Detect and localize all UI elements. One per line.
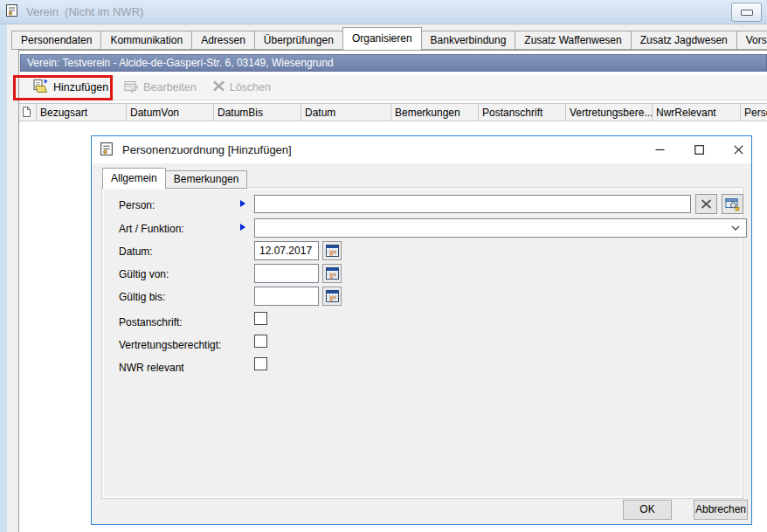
- minimize-icon: [655, 145, 665, 155]
- delete-button[interactable]: Löschen: [204, 75, 279, 100]
- nwr-relevant-checkbox[interactable]: [254, 357, 267, 370]
- window-minimize-button[interactable]: [731, 3, 762, 22]
- gueltig-von-input[interactable]: [254, 264, 319, 283]
- nwr-relevant-label: NWR relevant: [119, 362, 184, 374]
- page-icon: [22, 108, 31, 121]
- dialog-minimize-button[interactable]: [646, 136, 673, 163]
- search-window-icon: [725, 197, 740, 211]
- main-titlebar: Verein (Nicht im NWR): [0, 0, 767, 24]
- postanschrift-label: Postanschrift:: [119, 316, 183, 328]
- tab-bankverbindung[interactable]: Bankverbindung: [421, 31, 516, 50]
- main-tabstrip: Personendaten Kommunikation Adressen Übe…: [11, 27, 767, 50]
- required-marker-icon: [240, 200, 245, 207]
- grid-header-datum[interactable]: Datum: [301, 104, 391, 121]
- window-title: Verein (Nicht im NWR): [26, 5, 143, 18]
- dialog-close-button[interactable]: [725, 136, 751, 163]
- dialog-tab-page-allgemein: Person: Art / Funktion: Datum:: [102, 188, 743, 498]
- screen: Verein (Nicht im NWR) Personendaten Komm…: [0, 0, 767, 532]
- calendar-icon: [326, 245, 339, 257]
- form-icon: [100, 142, 114, 159]
- person-search-button[interactable]: [722, 194, 743, 214]
- person-clear-button[interactable]: [695, 194, 717, 214]
- maximize-icon: [694, 145, 704, 155]
- gueltig-von-calendar-button[interactable]: [322, 264, 342, 283]
- tab-adressen[interactable]: Adressen: [191, 31, 255, 50]
- add-record-icon: [33, 79, 49, 96]
- chevron-down-icon: [731, 225, 740, 231]
- art-funktion-label: Art / Funktion:: [119, 223, 184, 235]
- gueltig-bis-label: Gültig bis:: [119, 291, 165, 303]
- dialog-titlebar: Personenzuordnung [Hinzufügen]: [92, 136, 751, 163]
- edit-button[interactable]: Bearbeiten: [116, 75, 204, 100]
- vertretungsberechtigt-label: Vertretungsberechtigt:: [119, 339, 221, 351]
- vertretungsberechtigt-checkbox[interactable]: [254, 335, 267, 348]
- tab-zusatz-jagdwesen[interactable]: Zusatz Jagdwesen: [631, 31, 737, 50]
- cancel-button[interactable]: Abbrechen: [694, 500, 748, 520]
- datum-calendar-button[interactable]: [322, 241, 342, 260]
- tab-kommunikation[interactable]: Kommunikation: [100, 31, 192, 50]
- ok-button[interactable]: OK: [623, 500, 672, 520]
- close-icon: [734, 145, 743, 155]
- grid-header-nwrrelevant[interactable]: NwrRelevant: [653, 104, 741, 121]
- edit-button-label: Bearbeiten: [143, 81, 196, 93]
- dialog-tab-bemerkungen[interactable]: Bemerkungen: [165, 170, 248, 189]
- record-info-bar: Verein: Testverein - Alcide-de-Gasperi-S…: [20, 54, 767, 72]
- minimize-icon: [741, 10, 753, 16]
- form-icon: [5, 3, 19, 20]
- person-label: Person:: [119, 199, 155, 211]
- grid-header-datumvon[interactable]: DatumVon: [127, 104, 214, 121]
- delete-x-icon: [212, 80, 225, 94]
- grid-header-row: Bezugsart DatumVon DatumBis Datum Bemerk…: [19, 103, 767, 121]
- grid-header-record-icon-cell[interactable]: [19, 104, 37, 121]
- dialog-maximize-button[interactable]: [686, 136, 712, 163]
- tab-organisieren[interactable]: Organisieren: [342, 27, 422, 50]
- calendar-icon: [326, 267, 339, 280]
- tab-personendaten[interactable]: Personendaten: [11, 31, 101, 50]
- toolbar: Hinzufügen Bearbeiten: [19, 75, 767, 100]
- gueltig-bis-input[interactable]: [254, 287, 319, 306]
- grid-header-vertretungsberechtigt[interactable]: Vertretungsbere...: [566, 104, 653, 121]
- grid-header-person[interactable]: Person: [741, 104, 767, 121]
- calendar-icon: [326, 290, 339, 302]
- datum-label: Datum:: [119, 245, 153, 258]
- grid-header-postanschrift[interactable]: Postanschrift: [479, 104, 566, 121]
- personenzuordnung-dialog: Personenzuordnung [Hinzufügen] Allgemein…: [91, 135, 752, 525]
- grid-header-bemerkungen[interactable]: Bemerkungen: [391, 104, 479, 121]
- edit-record-icon: [124, 79, 139, 95]
- grid-header-bezugsart[interactable]: Bezugsart: [37, 104, 127, 121]
- dialog-window-controls: [646, 136, 751, 163]
- gueltig-bis-calendar-button[interactable]: [322, 287, 342, 306]
- dialog-tab-allgemein[interactable]: Allgemein: [102, 168, 166, 189]
- dialog-tabstrip: Allgemein Bemerkungen: [102, 168, 246, 189]
- dialog-title: Personenzuordnung [Hinzufügen]: [122, 143, 292, 156]
- postanschrift-checkbox[interactable]: [254, 312, 267, 325]
- gueltig-von-label: Gültig von:: [119, 268, 169, 280]
- add-button[interactable]: Hinzufügen: [25, 75, 116, 100]
- art-funktion-combobox[interactable]: [254, 218, 747, 238]
- datum-input[interactable]: [254, 241, 319, 260]
- clear-x-icon: [701, 199, 712, 209]
- grid-header-datumbis[interactable]: DatumBis: [214, 104, 301, 121]
- person-input[interactable]: [254, 195, 691, 213]
- tab-ueberpruefungen[interactable]: Überprüfungen: [254, 31, 343, 50]
- delete-button-label: Löschen: [230, 81, 271, 93]
- tab-zusatz-waffenwesen[interactable]: Zusatz Waffenwesen: [515, 31, 631, 50]
- add-button-label: Hinzufügen: [53, 81, 108, 93]
- tab-vorstand[interactable]: Vorstand: [736, 31, 767, 50]
- required-marker-icon: [240, 224, 245, 231]
